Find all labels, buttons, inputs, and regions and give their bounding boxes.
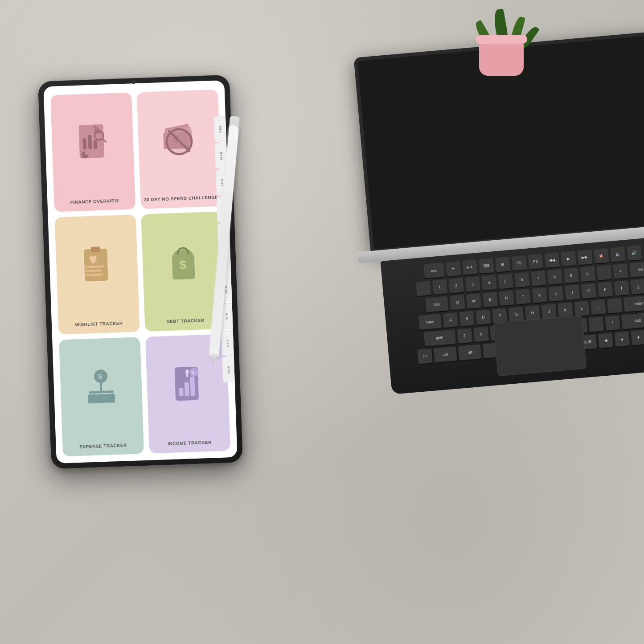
svg-rect-33	[179, 388, 184, 396]
key-f11[interactable]: 🔉	[610, 246, 625, 262]
key-e[interactable]: E	[483, 292, 498, 308]
key-f[interactable]: F	[492, 308, 508, 324]
svg-rect-5	[88, 135, 92, 149]
debt-icon: $	[141, 212, 226, 316]
wishlist-card[interactable]: WISHLIST TRACKER	[55, 215, 140, 335]
key-f4[interactable]: ⊞	[495, 257, 510, 272]
key-j[interactable]: J	[541, 304, 557, 319]
key-shift-right[interactable]: shift	[621, 312, 644, 329]
key-esc[interactable]: esc	[423, 263, 445, 279]
key-g[interactable]: G	[509, 307, 524, 322]
key-y[interactable]: Y	[532, 287, 547, 303]
key-f10[interactable]: 🔇	[594, 248, 609, 264]
svg-rect-22	[86, 270, 88, 272]
svg-line-2	[94, 124, 94, 133]
svg-rect-35	[190, 377, 195, 396]
key-shift-left[interactable]: shift	[423, 329, 456, 346]
key-5[interactable]: 5	[498, 274, 513, 289]
key-f1[interactable]: ☀	[446, 261, 461, 277]
key-period[interactable]: .	[588, 316, 604, 332]
key-slash[interactable]: /	[605, 315, 620, 331]
finance-overview-icon	[50, 92, 135, 197]
key-l[interactable]: L	[574, 301, 590, 316]
key-3[interactable]: 3	[465, 276, 480, 292]
key-0[interactable]: 0	[580, 267, 595, 282]
key-minus[interactable]: -	[596, 265, 612, 280]
key-equals[interactable]: =	[613, 263, 628, 279]
svg-rect-6	[94, 140, 98, 149]
key-delete[interactable]: del	[629, 261, 644, 277]
key-alt[interactable]: alt	[458, 344, 482, 360]
key-w[interactable]: W	[466, 293, 482, 309]
svg-rect-34	[185, 382, 189, 396]
app-grid: FINANCE OVERVIEW $	[43, 80, 237, 464]
tab-oct[interactable]: OCT	[221, 330, 234, 356]
key-f3[interactable]: ⌨	[479, 258, 494, 274]
tablet: FEB MAR APR MAY JUN JUL AUG SEP OCT NOV	[38, 75, 243, 469]
key-r[interactable]: R	[499, 291, 515, 306]
tab-feb[interactable]: FEB	[213, 116, 227, 142]
touchpad[interactable]	[493, 315, 587, 376]
key-h[interactable]: H	[525, 305, 541, 321]
key-1[interactable]: 1	[432, 279, 447, 295]
tablet-body: FEB MAR APR MAY JUN JUL AUG SEP OCT NOV	[38, 75, 243, 469]
debt-label: DEBT TRACKER	[166, 317, 204, 324]
expense-tracker-card[interactable]: $ EXPENSE TRACKE	[59, 337, 144, 457]
key-4[interactable]: 4	[481, 275, 497, 291]
svg-rect-29	[88, 394, 98, 404]
key-f8[interactable]: ▶	[561, 251, 576, 267]
key-f2[interactable]: ☀☀	[462, 260, 478, 275]
key-u[interactable]: U	[548, 286, 564, 302]
income-label: INCOME TRACKER	[168, 439, 212, 447]
svg-rect-16	[84, 249, 108, 282]
key-x[interactable]: X	[473, 327, 489, 342]
key-2[interactable]: 2	[448, 278, 464, 293]
key-f12[interactable]: 🔊	[626, 245, 642, 261]
finance-overview-label: FINANCE OVERVIEW	[70, 198, 119, 205]
key-7[interactable]: 7	[530, 271, 546, 286]
no-spend-card[interactable]: $ 30 DAY NO SPEND CHALLENGE	[137, 90, 222, 209]
key-z[interactable]: Z	[457, 328, 472, 344]
key-caps[interactable]: caps	[418, 314, 442, 330]
key-f5[interactable]: F5	[511, 255, 527, 271]
key-f6[interactable]: F6	[528, 254, 543, 270]
svg-text:$: $	[179, 258, 187, 272]
key-semicolon[interactable]: ;	[591, 299, 606, 315]
wishlist-label: WISHLIST TRACKER	[75, 320, 123, 328]
key-f9[interactable]: ▶▶	[577, 250, 593, 265]
svg-rect-31	[106, 394, 115, 403]
key-ctrl[interactable]: ctrl	[434, 346, 457, 362]
key-f7[interactable]: ◀◀	[544, 252, 560, 268]
plant-pot	[479, 40, 524, 76]
svg-rect-23	[86, 274, 88, 276]
svg-rect-28	[89, 391, 114, 394]
key-q[interactable]: Q	[450, 295, 465, 310]
key-k[interactable]: K	[558, 302, 573, 318]
key-d[interactable]: D	[476, 309, 491, 325]
tab-nov[interactable]: NOV	[222, 357, 235, 383]
key-t[interactable]: T	[515, 289, 531, 304]
key-i[interactable]: I	[565, 285, 580, 300]
key-9[interactable]: 9	[563, 268, 579, 283]
laptop: esc ☀ ☀☀ ⌨ ⊞ F5 F6 ◀◀ ▶ ▶▶ 🔇 🔉 🔊 ` 1 2 3	[332, 31, 644, 393]
svg-rect-27	[100, 383, 103, 392]
finance-overview-card[interactable]: FINANCE OVERVIEW	[50, 92, 135, 212]
key-arrow-left[interactable]: ◀	[598, 333, 614, 349]
key-backtick[interactable]: `	[415, 281, 431, 296]
key-a[interactable]: A	[443, 312, 458, 328]
svg-rect-4	[82, 138, 86, 149]
key-p[interactable]: P	[598, 282, 613, 297]
key-8[interactable]: 8	[547, 269, 562, 285]
key-o[interactable]: O	[581, 283, 597, 299]
key-s[interactable]: S	[459, 311, 475, 327]
expense-icon: $	[59, 337, 144, 441]
key-bracket-open[interactable]: [	[614, 280, 630, 296]
key-return[interactable]: return	[623, 295, 644, 312]
key-arrow-down[interactable]: ▼	[631, 330, 644, 345]
key-quote[interactable]: '	[607, 298, 623, 313]
key-fn[interactable]: fn	[417, 349, 433, 364]
key-bracket-close[interactable]: ]	[630, 279, 644, 295]
key-arrow-up[interactable]: ▲	[614, 331, 630, 347]
key-6[interactable]: 6	[514, 272, 530, 287]
key-tab[interactable]: tab	[425, 296, 449, 312]
